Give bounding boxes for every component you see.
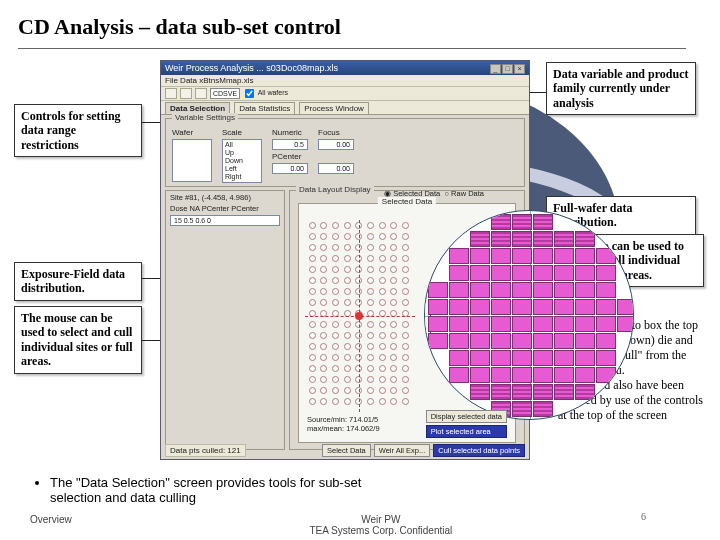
focus-field[interactable]: 0.00 — [318, 139, 354, 150]
pcenter-label: PCenter — [272, 152, 308, 161]
pcenter-field[interactable]: 0.00 — [272, 163, 308, 174]
site-vals: 15 0.5 0.6 0 — [170, 215, 280, 226]
slide-footer: Overview Weir PW TEA Systems Corp. Confi… — [0, 514, 720, 536]
scale-label: Scale — [222, 128, 262, 137]
plot-selected-button[interactable]: Plot selected area — [426, 425, 507, 438]
footer-left: Overview — [30, 514, 72, 536]
window-titlebar[interactable]: Weir Process Analysis ... s03Doc08map.xl… — [161, 61, 529, 75]
focus-label: Focus — [318, 128, 354, 137]
weir-all-button[interactable]: Weir All Exp... — [374, 444, 431, 457]
app-window: Weir Process Analysis ... s03Doc08map.xl… — [160, 60, 530, 460]
variable-settings-panel: Variable Settings Wafer Scale All Up Dow… — [165, 118, 525, 187]
layout-sub-title: Selected Data — [378, 197, 436, 206]
site-hdr: Dose NA PCenter PCenter — [170, 204, 280, 213]
window-title: Weir Process Analysis ... s03Doc08map.xl… — [165, 61, 338, 75]
toolbar-combo[interactable]: CDSVE — [210, 88, 240, 99]
callout-datavar: Data variable and product family current… — [546, 62, 696, 115]
callout-expfield-cull: The mouse can be used to select and cull… — [14, 306, 142, 374]
footer-mid2: TEA Systems Corp. Confidential — [309, 525, 452, 536]
toolbar-btn[interactable] — [165, 88, 177, 99]
bottom-bullet: The "Data Selection" screen provides too… — [50, 475, 390, 505]
slide-title: CD Analysis – data sub-set control — [18, 14, 702, 40]
title-underline — [18, 48, 686, 49]
callout-controls: Controls for setting data range restrict… — [14, 104, 142, 157]
bottom-buttons: Select Data Weir All Exp... Cull selecte… — [322, 444, 525, 457]
wafer-list[interactable] — [172, 139, 212, 182]
toolbar[interactable]: CDSVE All wafers — [161, 87, 529, 101]
status-line-2: max/mean: 174.062/9 — [307, 424, 380, 433]
crosshair-center-icon — [355, 312, 363, 320]
wafer-label: Wafer — [172, 128, 212, 137]
menubar[interactable]: File Data xBtnsMmap.xls — [161, 75, 529, 87]
site-info: Site #81, (-4.458, 4.986) Dose NA PCente… — [165, 190, 285, 450]
bottom-note: The "Data Selection" screen provides too… — [30, 475, 390, 505]
layout-status-row: Source/min: 714.01/5 max/mean: 174.062/9… — [307, 410, 507, 438]
numeric-field[interactable]: 0.5 — [272, 139, 308, 150]
layout-title: Data Layout Display — [296, 185, 374, 194]
layout-canvas[interactable]: Selected Data Source/min — [298, 203, 516, 443]
cull-selected-button[interactable]: Cull selected data points — [433, 444, 525, 457]
scale-list[interactable]: All Up Down Left Right — [222, 139, 262, 183]
toolbar-btn[interactable] — [195, 88, 207, 99]
culled-status: Data pts culled: 121 — [165, 444, 246, 457]
site-label: Site #81, (-4.458, 4.986) — [170, 193, 280, 202]
tab-process-window[interactable]: Process Window — [299, 102, 369, 114]
select-data-button[interactable]: Select Data — [322, 444, 371, 457]
status-line-1: Source/min: 714.01/5 — [307, 415, 380, 424]
numeric-label: Numeric — [272, 128, 308, 137]
window-controls[interactable]: _□× — [489, 61, 525, 75]
toolbar-btn[interactable] — [180, 88, 192, 99]
display-selected-button[interactable]: Display selected data — [426, 410, 507, 423]
wafer-map[interactable] — [424, 210, 634, 420]
data-layout-display: Data Layout Display ◉ Selected Data ○ Ra… — [289, 190, 525, 450]
callout-expfield: Exposure-Field data distribution. — [14, 262, 142, 301]
page-number: 6 — [641, 511, 646, 522]
panel-title: Variable Settings — [172, 113, 238, 122]
pcenter-field-2[interactable]: 0.00 — [318, 163, 354, 174]
tab-data-statistics[interactable]: Data Statistics — [234, 102, 295, 114]
allwafers-checkbox[interactable]: All wafers — [243, 87, 288, 100]
footer-mid1: Weir PW — [361, 514, 400, 525]
